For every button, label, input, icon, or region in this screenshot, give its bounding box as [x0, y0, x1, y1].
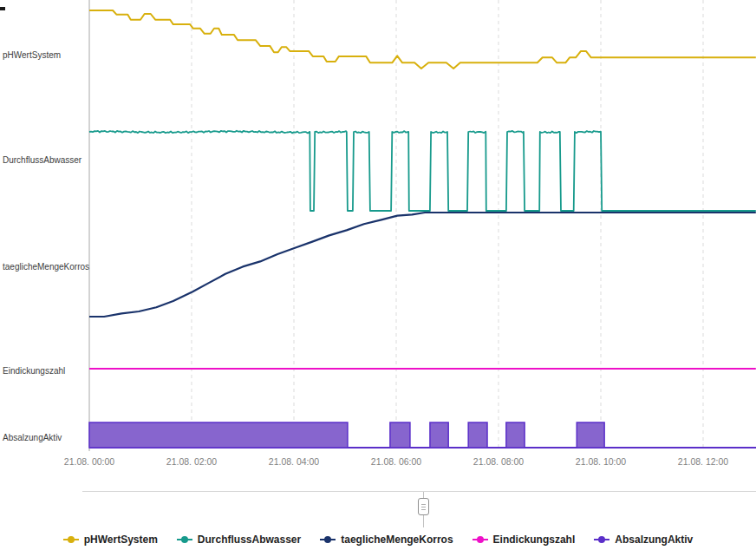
x-axis-label: 21.08. 00:00: [50, 456, 128, 467]
slider-grip-icon: [421, 504, 426, 505]
legend-label: Eindickungszahl: [493, 534, 576, 546]
legend-label: DurchflussAbwasser: [198, 534, 301, 546]
series-AbsalzungAktiv-bar: [468, 422, 487, 448]
legend-marker-icon: [63, 535, 79, 544]
legend-label: AbsalzungAktiv: [615, 534, 693, 546]
series-pHWertSystem-line: [89, 10, 756, 69]
time-slider-track[interactable]: [82, 491, 756, 492]
chart-plot-area[interactable]: [0, 0, 756, 451]
x-axis-label: 21.08. 10:00: [562, 456, 640, 467]
x-axis-label: 21.08. 04:00: [255, 456, 333, 467]
legend-item[interactable]: pHWertSystem: [63, 534, 158, 546]
legend-item[interactable]: AbsalzungAktiv: [594, 534, 693, 546]
slider-grip-icon: [421, 509, 426, 510]
legend-label: pHWertSystem: [84, 534, 158, 546]
x-axis-label: 21.08. 02:00: [153, 456, 231, 467]
x-axis-label: 21.08. 08:00: [459, 456, 538, 467]
legend: pHWertSystemDurchflussAbwassertaeglicheM…: [0, 528, 756, 550]
legend-marker-icon: [472, 535, 488, 544]
lane-label: DurchflussAbwasser: [3, 155, 81, 165]
series-taeglicheMengeKorros-line: [89, 213, 756, 317]
legend-item[interactable]: DurchflussAbwasser: [177, 534, 301, 546]
lane-label: taeglicheMengeKorros: [3, 262, 89, 272]
legend-marker-icon: [177, 535, 192, 544]
series-AbsalzungAktiv-bar: [506, 422, 525, 448]
x-axis-label: 21.08. 06:00: [357, 456, 435, 467]
lane-label: Eindickungszahl: [3, 366, 65, 376]
series-AbsalzungAktiv-bar: [430, 422, 448, 448]
series-AbsalzungAktiv-bar: [577, 422, 604, 448]
legend-label: taeglicheMengeKorros: [341, 534, 453, 546]
slider-grip-icon: [421, 507, 426, 507]
series-DurchflussAbwasser-line: [89, 131, 756, 211]
legend-item[interactable]: Eindickungszahl: [472, 534, 576, 546]
lane-label: AbsalzungAktiv: [3, 433, 62, 442]
series-AbsalzungAktiv-bar: [390, 422, 410, 448]
legend-marker-icon: [594, 535, 609, 544]
legend-marker-icon: [320, 535, 336, 544]
x-axis-label: 21.08. 12:00: [664, 456, 742, 467]
series-AbsalzungAktiv-bar: [89, 422, 348, 448]
time-slider-handle[interactable]: [418, 498, 429, 515]
lane-label: pHWertSystem: [3, 50, 61, 60]
timeseries-chart-panel: pHWertSystemDurchflussAbwassertaeglicheM…: [0, 0, 756, 550]
legend-item[interactable]: taeglicheMengeKorros: [320, 534, 453, 546]
